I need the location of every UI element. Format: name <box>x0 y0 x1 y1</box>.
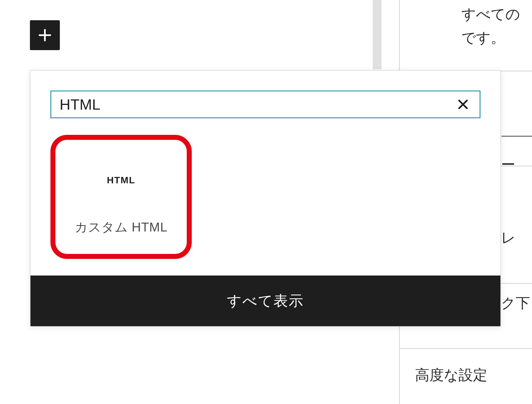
block-item-custom-html[interactable]: HTML カスタム HTML <box>50 135 192 259</box>
sidebar-item-fragment: ク下 <box>501 294 530 313</box>
sidebar-divider <box>502 136 532 137</box>
block-search-results: HTML カスタム HTML <box>30 129 500 276</box>
sidebar-item-fragment: ー <box>501 155 515 174</box>
sidebar-item-fragment: レ <box>501 228 516 248</box>
plus-icon <box>37 27 53 43</box>
block-search-wrapper <box>50 91 480 118</box>
close-icon <box>456 98 470 111</box>
browse-all-button[interactable]: すべて表示 <box>30 276 500 326</box>
sidebar-advanced-settings-label[interactable]: 高度な設定 <box>415 366 487 385</box>
add-block-button[interactable] <box>30 20 60 50</box>
clear-search-button[interactable] <box>455 96 471 113</box>
sidebar-divider <box>400 348 532 349</box>
sidebar-description-line2: です。 <box>461 26 505 49</box>
browse-all-label: すべて表示 <box>227 291 304 311</box>
editor-vertical-divider <box>373 0 382 69</box>
block-inserter-popover: HTML カスタム HTML すべて表示 <box>30 70 501 327</box>
block-search-input[interactable] <box>60 96 455 113</box>
block-search-container <box>30 71 500 129</box>
block-item-label: カスタム HTML <box>75 219 168 236</box>
sidebar-description-line1: すべての <box>461 3 520 26</box>
html-icon: HTML <box>107 175 135 186</box>
